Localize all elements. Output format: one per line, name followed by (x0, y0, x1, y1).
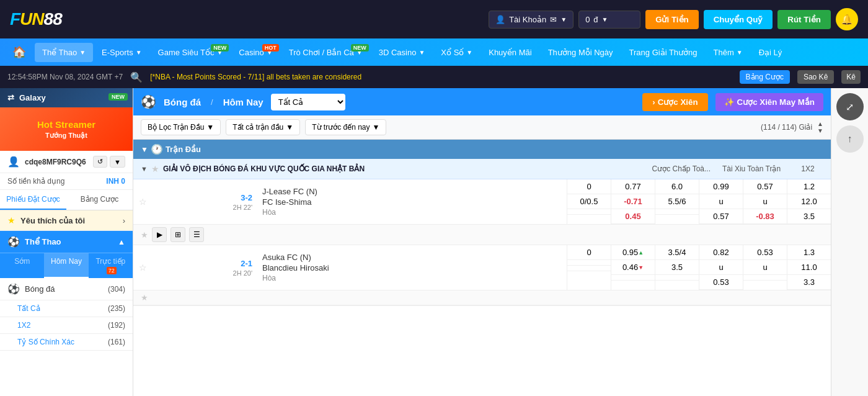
sport-sub-ty-so[interactable]: Tỷ Số Chính Xác (161) (0, 334, 133, 351)
nav-game-sieu-toc[interactable]: Game Siêu Tốc NEW ▼ (151, 43, 231, 62)
league-collapse-icon[interactable]: ▼ (141, 165, 148, 173)
balance-dropdown[interactable]: 0 đ ▼ (578, 11, 640, 29)
nav-thuong-moi-ngay[interactable]: Thưởng Mỗi Ngày (541, 43, 621, 62)
odds2-1x2-away[interactable]: 11.0 (787, 260, 831, 275)
sport-item-bong-da[interactable]: ⚽ Bóng đá (304) (0, 278, 133, 300)
nav-3d-casino[interactable]: 3D Casino ▼ (371, 43, 433, 62)
odds2-chap-draw[interactable] (567, 260, 611, 266)
nav-casino[interactable]: Casino HOT ▼ (231, 43, 280, 62)
tab-truc-tiep[interactable]: Trực tiếp 72 (89, 253, 133, 278)
expand-button[interactable]: ⤢ (836, 93, 864, 120)
account-dropdown[interactable]: 👤 Tài Khoản ✉ ▼ (489, 11, 574, 29)
gui-tien-button[interactable]: Gửi Tiền (645, 10, 699, 29)
odds-xiu-val-away[interactable]: -0.83 (743, 209, 787, 224)
tab-hom-nay[interactable]: Hôm Nay (44, 253, 88, 278)
odds2-chap-val-home[interactable]: 0.95 (611, 245, 655, 260)
sport-sub-1x2[interactable]: 1X2 (192) (0, 317, 133, 334)
odds-chap-val-col: 0.77 -0.71 0.45 (611, 179, 655, 224)
nav-trang-giai-thuong[interactable]: Trang Giải Thưởng (622, 43, 705, 62)
nav-dai-ly[interactable]: Đại Lý (751, 43, 790, 62)
odds2-tai-draw[interactable]: 3.5 (655, 260, 699, 275)
the-thao-header[interactable]: ⚽ Thể Thao ▲ (0, 231, 133, 253)
nav-the-thao[interactable]: Thể Thao ▼ (35, 43, 93, 62)
nav-e-sports[interactable]: E-Sports ▼ (94, 43, 149, 62)
cuoc-xien-may-man-button[interactable]: ✨ Cược Xiên May Mắn (715, 93, 823, 111)
team-home-2[interactable]: Asuka FC (N) (262, 253, 562, 262)
match-star-icon-2[interactable]: ☆ (139, 263, 147, 272)
odds-xiu-val-home[interactable]: 0.57 (743, 179, 787, 194)
odds-chap-val-draw[interactable]: -0.71 (611, 194, 655, 209)
league-row[interactable]: ▼ ★ GIẢI VÔ ĐỊCH BÓNG ĐÁ KHU VỰC QUỐC GI… (133, 159, 831, 179)
odds2-1x2-home[interactable]: 1.3 (787, 245, 831, 260)
sport-sub-tat-ca[interactable]: Tất Cả (235) (0, 300, 133, 317)
odds-chap-val-away[interactable]: 0.45 (611, 209, 655, 224)
scroll-up-button[interactable]: ↑ (836, 125, 864, 153)
odds2-chap-away[interactable] (567, 266, 611, 271)
nav-khuyen-mai[interactable]: Khuyến Mãi (481, 43, 539, 62)
nav-home-button[interactable]: 🏠 (5, 40, 33, 64)
play-button[interactable]: ▶ (152, 227, 167, 242)
odds-1x2-away[interactable]: 12.0 (787, 194, 831, 209)
tab-som[interactable]: Sớm (0, 253, 44, 278)
odds2-xiu-draw[interactable]: 0.53 (699, 275, 743, 290)
odds-tai-draw[interactable]: 5.5/6 (655, 194, 699, 209)
sao-ke-button[interactable]: Sao Kê (797, 70, 834, 84)
grid-button[interactable]: ⊞ (170, 227, 185, 242)
sort-button[interactable]: ▲ ▼ (817, 121, 823, 134)
ke-button[interactable]: Kê (841, 70, 861, 84)
all-matches-dropdown[interactable]: Tất cả trận đầu ▼ (226, 119, 300, 135)
rut-tien-button[interactable]: Rút Tiền (777, 10, 831, 29)
odds-chap-draw[interactable]: 0/0.5 (567, 194, 611, 209)
odds2-tai-home[interactable]: 3.5/4 (655, 245, 699, 260)
nav-tro-choi[interactable]: Trò Chơi / Bắn Cá NEW ▼ (281, 43, 370, 62)
bo-loc-tran-dau-dropdown[interactable]: Bộ Lọc Trận Đầu ▼ (141, 119, 221, 135)
betting-select[interactable]: Tất Cả (271, 94, 345, 110)
odds-xiu-home[interactable]: 0.99 (699, 179, 743, 194)
match-time: 2H 22' (233, 204, 252, 211)
odds2-chap-val-draw[interactable]: 0.46 (611, 260, 655, 275)
nav-xo-so[interactable]: Xổ Số ▼ (433, 43, 480, 62)
odds2-xiu-val[interactable]: 0.53 (743, 245, 787, 260)
tab-phieu-dat-cuoc[interactable]: Phiếu Đặt Cược (0, 190, 66, 210)
team-away[interactable]: FC Ise-Shima (262, 197, 562, 207)
list-button[interactable]: ☰ (189, 227, 204, 242)
yeu-thich-section[interactable]: ★ Yêu thích của tôi › (0, 210, 133, 231)
odds2-u-away[interactable]: u (743, 260, 787, 275)
odds-tai-home[interactable]: 6.0 (655, 179, 699, 194)
cuoc-xien-button[interactable]: › Cược Xiên (642, 93, 707, 111)
odds2-u-draw[interactable]: u (699, 260, 743, 275)
team-away-2[interactable]: Blancdieu Hirosaki (262, 263, 562, 272)
odds-tai-away[interactable] (655, 209, 699, 215)
odds2-chap-home[interactable]: 0 (567, 245, 611, 260)
betting-title: Bóng đá (164, 97, 201, 107)
chuyen-quy-button[interactable]: Chuyển Quỹ (704, 10, 773, 29)
refresh-button[interactable]: ↺ (93, 156, 107, 168)
odds2-xiu-home[interactable]: 0.82 (699, 245, 743, 260)
tab-bang-cuoc[interactable]: Bảng Cược (66, 190, 133, 210)
odds-u-draw[interactable]: u (699, 194, 743, 209)
bang-cuoc-button[interactable]: Bảng Cược (740, 70, 790, 84)
ticker-search-button[interactable]: 🔍 (130, 71, 143, 83)
sidebar-galaxy[interactable]: ⇄ Galaxy NEW (0, 88, 133, 107)
odds-chap-val-home[interactable]: 0.77 (611, 179, 655, 194)
notification-bell-button[interactable]: 🔔 (836, 8, 858, 30)
league-star-icon[interactable]: ★ (151, 164, 159, 174)
odds-1x2-hoa[interactable]: 3.5 (787, 209, 831, 224)
odds2-xiu-val2[interactable] (743, 275, 787, 281)
match-fav-icon[interactable]: ★ (141, 230, 148, 240)
section-collapse-icon[interactable]: ▼ (141, 145, 148, 154)
odds2-chap-val-away[interactable] (611, 275, 655, 281)
odds2-tai-away[interactable] (655, 275, 699, 281)
odds-u-away[interactable]: u (743, 194, 787, 209)
odds-chap-home[interactable]: 0 (567, 179, 611, 194)
match2-fav-icon[interactable]: ★ (141, 293, 148, 302)
expand-user-button[interactable]: ▼ (110, 156, 125, 168)
odds2-1x2-hoa[interactable]: 3.3 (787, 275, 831, 290)
team-home[interactable]: J-Lease FC (N) (262, 187, 562, 196)
nav-them[interactable]: Thêm ▼ (706, 43, 750, 62)
odds-xiu-draw[interactable]: 0.57 (699, 209, 743, 224)
odds-chap-away[interactable] (567, 209, 611, 215)
time-filter-dropdown[interactable]: Từ trước đến nay ▼ (305, 119, 386, 135)
match-star-icon[interactable]: ☆ (139, 197, 147, 207)
odds-1x2-home[interactable]: 1.2 (787, 179, 831, 194)
